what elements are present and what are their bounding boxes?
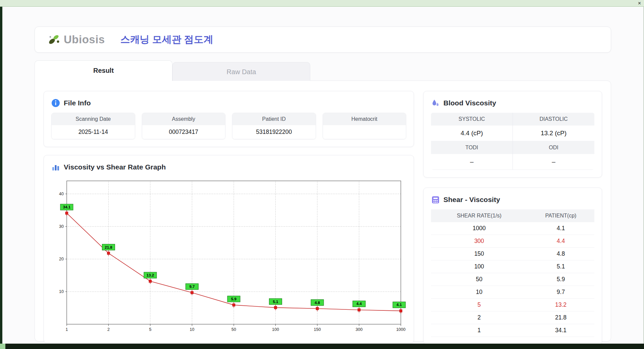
svg-text:50: 50: [231, 327, 236, 332]
table-row: 221.8: [431, 311, 594, 324]
calculator-icon: [431, 195, 440, 204]
bv-header-todi: TODI: [431, 141, 513, 154]
field-value: 2025-11-14: [52, 125, 135, 139]
svg-text:100: 100: [272, 327, 279, 332]
cell-patient: 34.1: [527, 324, 594, 337]
blood-viscosity-grid: SYSTOLIC DIASTOLIC 4.4 (cP) 13.2 (cP) TO…: [431, 113, 594, 170]
file-info-panel: File Info Scanning Date 2025-11-14 Assem…: [44, 91, 414, 147]
shear-viscosity-title: Shear - Viscosity: [443, 196, 500, 204]
svg-text:10: 10: [59, 289, 64, 294]
bv-header-systolic: SYSTOLIC: [431, 113, 513, 126]
svg-text:300: 300: [356, 327, 363, 332]
cell-rate: 300: [431, 235, 527, 248]
field-label: Assembly: [142, 113, 225, 125]
svg-text:2: 2: [107, 327, 110, 332]
svg-text:21.8: 21.8: [105, 245, 112, 249]
app-content: Ubiosis 스캐닝 모세관 점도계 Result Raw Data: [2, 7, 643, 344]
bv-value-diastolic: 13.2 (cP): [513, 126, 594, 141]
result-panel: File Info Scanning Date 2025-11-14 Assem…: [35, 81, 611, 342]
right-column: Blood Viscosity SYSTOLIC DIASTOLIC 4.4 (…: [423, 91, 602, 339]
field-value: [323, 125, 406, 139]
page-title: 스캐닝 모세관 점도계: [120, 33, 213, 46]
tab-bar: Result Raw Data: [35, 60, 611, 81]
app-header: Ubiosis 스캐닝 모세관 점도계: [35, 27, 611, 53]
cell-patient: 5.9: [527, 273, 594, 286]
bv-header-diastolic: DIASTOLIC: [513, 113, 594, 126]
field-label: Patient ID: [232, 113, 316, 125]
shear-viscosity-panel: Shear - Viscosity SHEAR RATE(1/s) PATIEN…: [423, 188, 602, 345]
svg-text:4.1: 4.1: [396, 303, 402, 307]
info-icon: [51, 99, 60, 107]
svg-text:34.1: 34.1: [63, 205, 71, 209]
cell-patient: 4.1: [527, 222, 594, 235]
cell-rate: 2: [431, 311, 527, 324]
cell-rate: 5: [431, 299, 527, 311]
svg-text:4.4: 4.4: [357, 302, 362, 306]
table-row: 1504.8: [431, 248, 594, 260]
close-icon[interactable]: ×: [638, 0, 641, 7]
bv-value-odi: –: [513, 154, 594, 170]
cell-patient: 13.2: [527, 299, 594, 311]
field-label: Hematocrit: [323, 113, 406, 125]
table-row: 1005.1: [431, 260, 594, 273]
window-title-bar: [0, 0, 644, 7]
cell-rate: 1000: [431, 222, 527, 235]
cell-rate: 10: [431, 286, 527, 299]
window-bottom-border: [0, 344, 644, 349]
droplets-icon: [431, 99, 440, 107]
svg-text:1000: 1000: [396, 327, 406, 332]
table-row: 505.9: [431, 273, 594, 286]
table-row: 10004.1: [431, 222, 594, 235]
svg-text:4.8: 4.8: [315, 301, 320, 305]
table-row: 109.7: [431, 286, 594, 299]
cell-rate: 100: [431, 260, 527, 273]
field-patient-id: Patient ID 53181922200: [232, 113, 316, 139]
ubiosis-logo-icon: [48, 33, 62, 46]
field-value: 000723417: [142, 125, 225, 139]
cell-rate: 150: [431, 248, 527, 260]
svg-text:5.1: 5.1: [273, 300, 279, 304]
cell-rate: 1: [431, 324, 527, 337]
cell-patient: 5.1: [527, 260, 594, 273]
shear-rate-header: SHEAR RATE(1/s): [431, 209, 527, 222]
bv-header-odi: ODI: [513, 141, 594, 154]
tab-result[interactable]: Result: [35, 60, 172, 81]
bv-value-todi: –: [431, 154, 513, 170]
svg-text:9.7: 9.7: [189, 285, 195, 289]
window-corner-accent: [0, 344, 5, 349]
table-row: 3004.4: [431, 235, 594, 248]
svg-text:20: 20: [59, 257, 64, 261]
field-label: Scanning Date: [52, 113, 135, 125]
table-row: 134.1: [431, 324, 594, 337]
window-left-border: [0, 7, 2, 349]
left-column: File Info Scanning Date 2025-11-14 Assem…: [44, 91, 414, 339]
shear-viscosity-table: SHEAR RATE(1/s) PATIENT(cp) 10004.1 3004…: [431, 209, 594, 337]
viscosity-chart: 102030401251050100150300100034.121.813.2…: [51, 177, 406, 336]
cell-patient: 4.8: [527, 248, 594, 260]
svg-text:5: 5: [149, 327, 151, 332]
svg-text:40: 40: [59, 192, 64, 196]
field-scanning-date: Scanning Date 2025-11-14: [51, 113, 135, 139]
cell-rate: 50: [431, 273, 527, 286]
svg-text:13.2: 13.2: [147, 273, 154, 277]
patient-header: PATIENT(cp): [527, 209, 594, 222]
viscosity-chart-svg: 102030401251050100150300100034.121.813.2…: [51, 177, 406, 336]
bar-chart-icon: [51, 163, 60, 171]
svg-text:30: 30: [59, 224, 64, 229]
svg-text:150: 150: [314, 327, 321, 332]
tab-raw-data[interactable]: Raw Data: [172, 62, 310, 81]
file-info-fields: Scanning Date 2025-11-14 Assembly 000723…: [51, 113, 406, 139]
field-value: 53181922200: [232, 125, 316, 139]
graph-title: Viscosity vs Shear Rate Graph: [64, 163, 166, 171]
svg-text:1: 1: [65, 327, 68, 332]
field-assembly: Assembly 000723417: [142, 113, 226, 139]
file-info-title: File Info: [64, 99, 91, 107]
field-hematocrit: Hematocrit: [323, 113, 407, 139]
graph-panel: Viscosity vs Shear Rate Graph 1020304012…: [44, 155, 414, 343]
logo-text: Ubiosis: [64, 33, 105, 46]
blood-viscosity-title: Blood Viscosity: [443, 99, 496, 107]
bv-value-systolic: 4.4 (cP): [431, 126, 513, 141]
cell-patient: 4.4: [527, 235, 594, 248]
svg-text:10: 10: [190, 327, 195, 332]
table-row: 513.2: [431, 299, 594, 311]
